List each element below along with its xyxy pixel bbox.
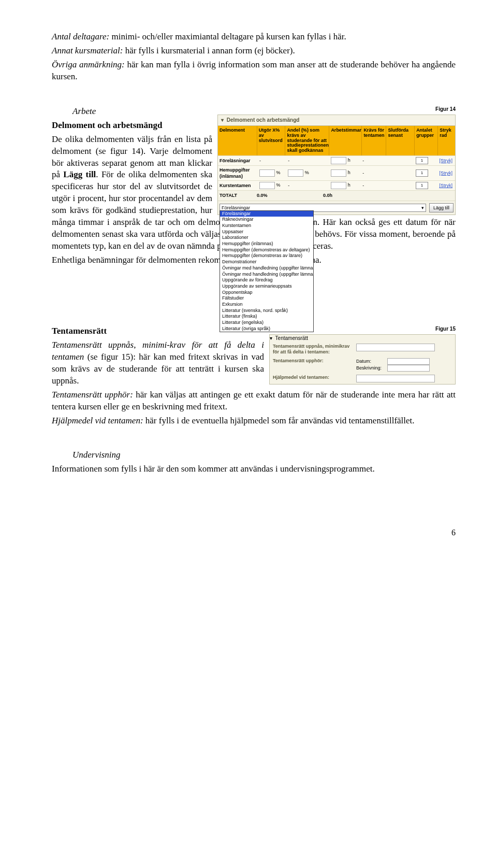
dropdown-option[interactable]: Fältstudier — [220, 295, 313, 302]
fig15-p3: Hjälpmedel vid tentamen: här fylls i de … — [52, 415, 456, 427]
lagg-till-button[interactable]: Lägg till — [429, 203, 454, 212]
total-row: TOTALT 0.0% 0.0h — [218, 190, 455, 200]
intro-p3: Övriga anmärkning: här kan man fylla i ö… — [52, 59, 456, 83]
field-upphor: Tentamensrätt upphör: Datum: Beskrivning… — [270, 357, 455, 373]
group-select[interactable]: 1 — [416, 169, 428, 177]
intro-p2-italic: Annat kursmaterial: — [52, 46, 123, 55]
table-row: Kurstentamen % - h - 1 [Stryk] — [218, 180, 455, 190]
uppnas-input[interactable] — [356, 344, 435, 351]
col-stryk: Stryk rad — [438, 126, 455, 155]
table-row: Föreläsningar - - h - 1 [Stryk] — [218, 155, 455, 165]
figure-15-block: Figur 15 ▾ Tentamensrätt Tentamensrätt u… — [52, 325, 456, 429]
intro-p2: Annat kursmaterial: här fylls i kursmate… — [52, 45, 456, 57]
fig14-table-head: Delmoment Utgör X% av slutvitsord Andel … — [218, 126, 455, 155]
table-row: Hemuppgifter (inlämnas) % % h - 1 [Stryk… — [218, 165, 455, 180]
pct-input[interactable] — [288, 169, 303, 177]
dropdown-option[interactable]: Laborationer — [220, 235, 313, 241]
stryk-link[interactable]: [Stryk] — [439, 183, 452, 188]
add-row: Föreläsningar ▾ Lägg till FöreläsningarR… — [218, 201, 455, 215]
dropdown-option[interactable]: Övningar med handledning (uppgifter lämn… — [220, 272, 313, 278]
dropdown-option[interactable]: Räkneövningar — [220, 217, 313, 223]
dropdown-option[interactable]: Litteratur (svenska, nord. språk) — [220, 308, 313, 314]
dropdown-option[interactable]: Kurstentamen — [220, 223, 313, 229]
field-hjalpmedel: Hjälpmedel vid tentamen: — [270, 373, 455, 384]
dropdown-option[interactable]: Litteratur (övriga språk) — [220, 326, 313, 332]
figure-14-block: Figur 14 ▾ Delmoment och arbetsmängd Del… — [52, 106, 456, 268]
hours-input[interactable] — [331, 169, 346, 177]
stryk-link[interactable]: [Stryk] — [439, 158, 452, 163]
col-andel: Andel (%) som krävs av studerande för at… — [285, 126, 329, 155]
pct-input[interactable] — [259, 169, 275, 177]
undervisning-heading: Undervisning — [52, 449, 456, 461]
fig15-p2: Tentamensrätt upphör: här kan väljas att… — [52, 389, 456, 413]
group-select[interactable]: 1 — [416, 157, 428, 164]
hours-input[interactable] — [331, 157, 346, 164]
figure-14: Figur 14 ▾ Delmoment och arbetsmängd Del… — [217, 106, 456, 215]
dropdown-option[interactable]: Övningar med handledning (uppgifter lämn… — [220, 265, 313, 272]
figure-14-label: Figur 14 — [217, 106, 456, 113]
field-uppnas: Tentamensrätt uppnås, minimikrav för att… — [270, 342, 455, 357]
hours-input[interactable] — [331, 182, 346, 189]
col-antalet: Antalet grupper — [415, 126, 438, 155]
dropdown-option[interactable]: Litteratur (engelska) — [220, 320, 313, 326]
col-slutforda: Slutförda senast — [386, 126, 415, 155]
dropdown-option[interactable]: Hemuppgifter (demonstreras av lärare) — [220, 253, 313, 259]
dropdown-option[interactable]: Demonstrationer — [220, 259, 313, 265]
dropdown-option[interactable]: Uppgörande av seminarieuppsats — [220, 283, 313, 290]
col-kravs: Krävs för tentamen — [362, 126, 386, 155]
dropdown-option[interactable]: Hemuppgifter (inlämnas) — [220, 241, 313, 247]
dropdown-option[interactable]: Exkursion — [220, 302, 313, 308]
stryk-link[interactable]: [Stryk] — [439, 170, 452, 176]
chevron-down-icon: ▾ — [421, 205, 424, 211]
group-select[interactable]: 1 — [416, 182, 428, 189]
intro-p3-italic: Övriga anmärkning: — [52, 60, 125, 69]
dropdown-option[interactable]: Uppgörande av föredrag — [220, 277, 313, 283]
dropdown-option[interactable]: Föreläsningar — [220, 211, 313, 217]
dropdown-option[interactable]: Opponentskap — [220, 290, 313, 296]
fig14-panel-title: ▾ Delmoment och arbetsmängd — [218, 115, 455, 126]
beskrivning-input[interactable] — [387, 365, 430, 372]
intro-p1: Antal deltagare: minimi- och/eller maxim… — [52, 31, 456, 43]
dropdown-option[interactable]: Litteratur (finska) — [220, 314, 313, 320]
hjalpmedel-input[interactable] — [356, 375, 435, 382]
delmoment-dropdown[interactable]: FöreläsningarRäkneövningarKurstentamenUp… — [220, 210, 314, 333]
undervisning-body: Informationen som fylls i här är den som… — [52, 463, 456, 475]
dropdown-option[interactable]: Uppsatser — [220, 229, 313, 235]
col-utgor: Utgör X% av slutvitsord — [257, 126, 286, 155]
intro-p1-italic: Antal deltagare: — [52, 32, 109, 41]
figure-15: Figur 15 ▾ Tentamensrätt Tentamensrätt u… — [269, 325, 456, 385]
col-delmoment: Delmoment — [218, 126, 257, 155]
datum-input[interactable] — [387, 358, 430, 365]
page-number: 6 — [52, 527, 456, 538]
intro-p1-rest: minimi- och/eller maximiantal deltagare … — [109, 32, 346, 41]
dropdown-option[interactable]: Hemuppgifter (demonstreras av deltagare) — [220, 247, 313, 253]
col-arbetstimmar: Arbetstimmar — [329, 126, 362, 155]
pct-input[interactable] — [259, 182, 275, 189]
fig15-panel-title: ▾ Tentamensrätt — [270, 335, 455, 342]
intro-p2-rest: här fylls i kursmaterial i annan form (e… — [123, 46, 295, 55]
